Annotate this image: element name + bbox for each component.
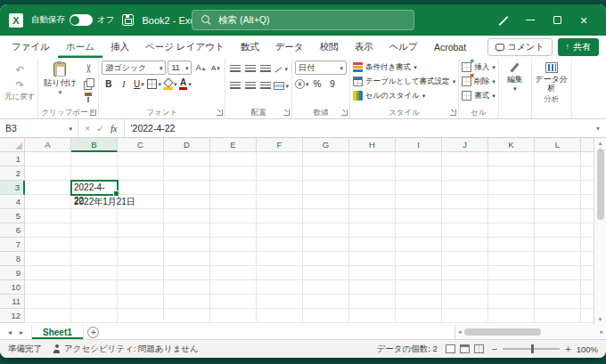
italic-button[interactable]: I	[117, 77, 130, 91]
ribbon-tab-ページ レイアウト[interactable]: ページ レイアウト	[137, 36, 233, 58]
cell-K11[interactable]	[488, 295, 535, 309]
cell-M9[interactable]	[581, 266, 594, 280]
fill-color-button[interactable]: ▾	[163, 77, 177, 91]
cell-C6[interactable]	[118, 223, 164, 238]
font-size-select[interactable]: 11▾	[168, 61, 192, 75]
cell-B9[interactable]	[71, 266, 118, 280]
copy-button[interactable]	[81, 77, 95, 89]
formula-bar-expand-button[interactable]: ▾	[590, 125, 606, 133]
cell-E3[interactable]	[210, 181, 257, 195]
cell-G10[interactable]	[303, 280, 349, 295]
cell-I6[interactable]	[396, 223, 442, 238]
cell-L7[interactable]	[535, 238, 581, 252]
cell-M3[interactable]	[581, 181, 594, 195]
comma-style-button[interactable]: 9	[325, 77, 339, 91]
cell-I3[interactable]	[396, 181, 442, 195]
zoom-out-button[interactable]: −	[492, 344, 497, 354]
cell-styles-button[interactable]: セルのスタイル ▾	[353, 89, 425, 102]
cell-J1[interactable]	[442, 152, 488, 166]
cell-A9[interactable]	[25, 266, 71, 280]
sheet-tab-Sheet1[interactable]: Sheet1	[31, 325, 84, 339]
cell-L1[interactable]	[535, 152, 581, 166]
cell-F12[interactable]	[257, 309, 303, 323]
sheet-nav-right-icon[interactable]: ▸	[20, 328, 23, 336]
row-header-10[interactable]: 10	[0, 280, 25, 295]
percent-style-button[interactable]: %	[310, 77, 323, 91]
autosave-control[interactable]: 自動保存 オフ	[31, 14, 114, 26]
cell-C3[interactable]	[118, 181, 164, 195]
cell-F9[interactable]	[257, 266, 303, 280]
page-layout-view-button[interactable]	[460, 344, 470, 353]
align-center-button[interactable]	[243, 79, 257, 93]
cell-G4[interactable]	[303, 195, 349, 209]
column-header-L[interactable]: L	[535, 138, 581, 152]
cell-H2[interactable]	[349, 166, 396, 181]
format-as-table-button[interactable]: テーブルとして書式設定 ▾	[353, 75, 455, 88]
cell-K8[interactable]	[488, 252, 535, 266]
cell-E5[interactable]	[210, 209, 257, 223]
row-header-11[interactable]: 11	[0, 295, 25, 309]
align-bottom-button[interactable]	[258, 62, 272, 76]
undo-button[interactable]: ↶	[16, 64, 24, 76]
cell-J7[interactable]	[442, 238, 488, 252]
scroll-right-icon[interactable]: ▸	[600, 328, 603, 336]
font-name-select[interactable]: 游ゴシック▾	[102, 61, 166, 75]
cell-J12[interactable]	[442, 309, 488, 323]
delete-cells-button[interactable]: 削除 ▾	[462, 75, 495, 88]
cell-G12[interactable]	[303, 309, 349, 323]
cell-G7[interactable]	[303, 238, 349, 252]
cell-E2[interactable]	[210, 166, 257, 181]
cell-G6[interactable]	[303, 223, 349, 238]
cell-H8[interactable]	[349, 252, 396, 266]
cell-J10[interactable]	[442, 280, 488, 295]
cell-M12[interactable]	[581, 309, 594, 323]
cell-K9[interactable]	[488, 266, 535, 280]
confirm-entry-button[interactable]: ✓	[96, 123, 104, 133]
cell-C11[interactable]	[118, 295, 164, 309]
cell-L3[interactable]	[535, 181, 581, 195]
cell-H5[interactable]	[349, 209, 396, 223]
cell-F10[interactable]	[257, 280, 303, 295]
cell-C10[interactable]	[118, 280, 164, 295]
borders-button[interactable]: ▾	[147, 77, 161, 91]
cell-K6[interactable]	[488, 223, 535, 238]
horizontal-scrollbar[interactable]: ◂ ▸	[454, 325, 606, 339]
cell-L8[interactable]	[535, 252, 581, 266]
cell-B3[interactable]: 2022-4-22	[71, 181, 118, 195]
cell-K5[interactable]	[488, 209, 535, 223]
data-analysis-button[interactable]: データ分析	[535, 61, 569, 93]
cell-F5[interactable]	[257, 209, 303, 223]
cell-H7[interactable]	[349, 238, 396, 252]
cell-L6[interactable]	[535, 223, 581, 238]
vertical-scroll-thumb[interactable]	[597, 149, 604, 220]
cell-A6[interactable]	[25, 223, 71, 238]
cell-D4[interactable]	[164, 195, 210, 209]
cell-I11[interactable]	[396, 295, 442, 309]
format-painter-button[interactable]	[81, 92, 95, 103]
column-header-E[interactable]: E	[210, 138, 257, 152]
cell-G9[interactable]	[303, 266, 349, 280]
column-header-C[interactable]: C	[118, 138, 164, 152]
cell-K10[interactable]	[488, 280, 535, 295]
cell-M2[interactable]	[581, 166, 594, 181]
column-header-K[interactable]: K	[488, 138, 535, 152]
cell-B7[interactable]	[71, 238, 118, 252]
cell-C8[interactable]	[118, 252, 164, 266]
row-header-4[interactable]: 4	[0, 195, 25, 209]
column-header-J[interactable]: J	[442, 138, 488, 152]
column-header-F[interactable]: F	[257, 138, 303, 152]
scroll-left-icon[interactable]: ◂	[458, 328, 462, 336]
cell-I1[interactable]	[396, 152, 442, 166]
zoom-level[interactable]: 100%	[577, 344, 598, 354]
align-top-button[interactable]	[228, 62, 242, 76]
zoom-slider-thumb[interactable]	[531, 344, 534, 353]
cell-F3[interactable]	[257, 181, 303, 195]
cell-A10[interactable]	[25, 280, 71, 295]
cell-M5[interactable]	[581, 209, 594, 223]
ribbon-tab-ファイル[interactable]: ファイル	[4, 36, 58, 58]
scroll-up-icon[interactable]: ▴	[599, 138, 602, 149]
decrease-font-button[interactable]: A▾	[209, 61, 222, 75]
name-box[interactable]: B3 ▾	[0, 119, 78, 137]
cell-D7[interactable]	[164, 238, 210, 252]
cell-C2[interactable]	[118, 166, 164, 181]
